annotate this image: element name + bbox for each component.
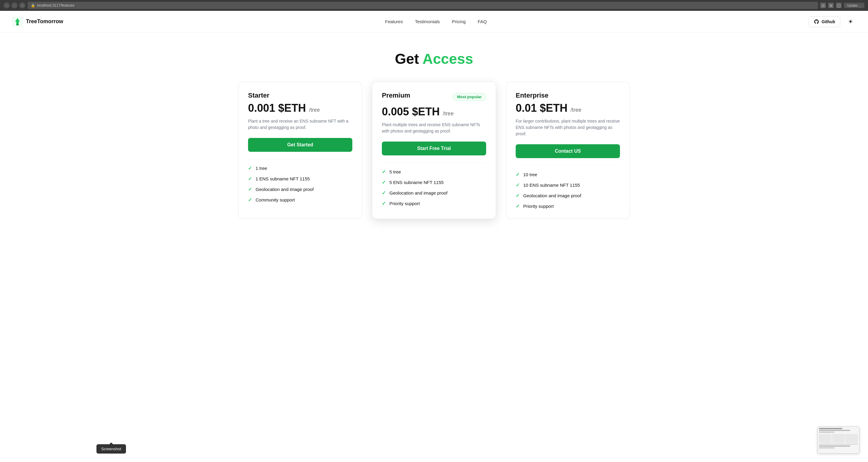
thumb-card bbox=[845, 434, 858, 443]
browser-controls: ‹ › ↺ bbox=[4, 2, 25, 8]
feature-label: Geolocation and image proof bbox=[523, 193, 581, 198]
thumb-line bbox=[819, 443, 858, 445]
start-free-trial-button[interactable]: Start Free Trial bbox=[382, 141, 486, 156]
features-list-starter: ✓ 1 tree ✓ 1 ENS subname NFT 1155 ✓ Geol… bbox=[248, 165, 352, 203]
check-icon: ✓ bbox=[516, 172, 520, 177]
contact-us-button[interactable]: Contact US bbox=[516, 144, 620, 158]
get-started-button[interactable]: Get Started bbox=[248, 138, 352, 152]
main-content: Get Access Starter 0.001 $ETH /tree Plan… bbox=[223, 33, 645, 243]
feature-item: ✓ Geolocation and image proof bbox=[516, 193, 620, 198]
plan-name-enterprise: Enterprise bbox=[516, 92, 620, 99]
forward-button[interactable]: › bbox=[11, 2, 18, 8]
thumb-card bbox=[832, 434, 845, 443]
nav-item-testimonials[interactable]: Testimonials bbox=[415, 19, 440, 24]
plan-description-premium: Plant multiple trees and receive ENS sub… bbox=[382, 122, 486, 134]
page-title: Get Access bbox=[235, 51, 633, 67]
nav-item-features[interactable]: Features bbox=[385, 19, 403, 24]
profile-icon[interactable]: ◯ bbox=[836, 3, 841, 8]
check-icon: ✓ bbox=[248, 197, 252, 203]
check-icon: ✓ bbox=[516, 193, 520, 198]
feature-label: 1 ENS subname NFT 1155 bbox=[255, 176, 310, 181]
features-list-premium: ✓ 5 tree ✓ 5 ENS subname NFT 1155 ✓ Geol… bbox=[382, 169, 486, 206]
price-row-starter: 0.001 $ETH /tree bbox=[248, 102, 352, 114]
feature-label: Geolocation and image proof bbox=[390, 190, 447, 195]
feature-label: 10 ENS subname NFT 1155 bbox=[523, 183, 580, 188]
feature-item: ✓ Geolocation and image proof bbox=[382, 190, 486, 196]
feature-item: ✓ Geolocation and image proof bbox=[248, 187, 352, 192]
theme-toggle-button[interactable]: ☀ bbox=[845, 16, 856, 27]
plan-name-starter: Starter bbox=[248, 92, 352, 99]
feature-label: Priority support bbox=[523, 204, 554, 209]
check-icon: ✓ bbox=[516, 203, 520, 209]
thumb-cards bbox=[819, 434, 858, 443]
feature-item: ✓ 1 tree bbox=[248, 165, 352, 171]
navbar: TreeTomorrow Features Testimonials Prici… bbox=[0, 11, 868, 33]
check-icon: ✓ bbox=[516, 182, 520, 188]
check-icon: ✓ bbox=[382, 190, 386, 196]
feature-label: 5 tree bbox=[390, 169, 401, 174]
feature-label: 5 ENS subname NFT 1155 bbox=[390, 180, 444, 185]
svg-rect-1 bbox=[17, 24, 19, 25]
thumb-card bbox=[819, 434, 832, 443]
divider-enterprise bbox=[516, 165, 620, 166]
feature-item: ✓ 5 ENS subname NFT 1155 bbox=[382, 179, 486, 185]
pricing-grid: Starter 0.001 $ETH /tree Plant a tree an… bbox=[238, 81, 630, 219]
github-button[interactable]: Github bbox=[809, 16, 840, 27]
check-icon: ✓ bbox=[248, 187, 252, 192]
logo-area[interactable]: TreeTomorrow bbox=[12, 16, 63, 27]
feature-item: ✓ 10 tree bbox=[516, 172, 620, 177]
price-row-premium: Premium Most popular bbox=[382, 92, 486, 102]
feature-item: ✓ 10 ENS subname NFT 1155 bbox=[516, 182, 620, 188]
feature-item: ✓ Priority support bbox=[382, 201, 486, 206]
page-thumbnail bbox=[817, 426, 860, 454]
nav-links: Features Testimonials Pricing FAQ bbox=[385, 19, 487, 24]
check-icon: ✓ bbox=[382, 179, 386, 185]
nav-item-pricing[interactable]: Pricing bbox=[452, 19, 466, 24]
feature-label: 1 tree bbox=[255, 166, 267, 171]
feature-label: Community support bbox=[255, 197, 295, 202]
feature-label: Geolocation and image proof bbox=[255, 187, 314, 192]
logo-text: TreeTomorrow bbox=[26, 19, 63, 25]
github-icon bbox=[814, 19, 819, 24]
nav-right: Github ☀ bbox=[809, 16, 856, 27]
price-unit-starter: /tree bbox=[309, 107, 320, 113]
screenshot-tooltip: Screenshot bbox=[96, 444, 126, 454]
nav-item-faq[interactable]: FAQ bbox=[478, 19, 487, 24]
feature-label: 10 tree bbox=[523, 172, 537, 177]
thumbnail-inner bbox=[818, 427, 859, 453]
thumb-line bbox=[819, 432, 835, 433]
github-label: Github bbox=[822, 19, 835, 24]
thumb-line bbox=[819, 430, 850, 431]
logo-icon bbox=[12, 16, 23, 27]
url-text: localhost:3117/features bbox=[37, 3, 74, 7]
features-list-enterprise: ✓ 10 tree ✓ 10 ENS subname NFT 1155 ✓ Ge… bbox=[516, 172, 620, 209]
plan-description-enterprise: For larger contributions, plant multiple… bbox=[516, 118, 620, 137]
plan-description-starter: Plant a tree and receive an ENS subname … bbox=[248, 118, 352, 131]
extensions-icon[interactable]: ⊞ bbox=[828, 3, 834, 8]
back-button[interactable]: ‹ bbox=[4, 2, 10, 8]
browser-chrome: ‹ › ↺ 🔒 localhost:3117/features ⊡ ⊞ ◯ Up… bbox=[0, 0, 868, 11]
check-icon: ✓ bbox=[382, 169, 386, 175]
title-plain: Get bbox=[395, 51, 423, 67]
pricing-card-premium: Premium Most popular 0.005 $ETH /tree Pl… bbox=[372, 81, 496, 219]
bookmark-icon[interactable]: ⊡ bbox=[820, 3, 826, 8]
price-premium: 0.005 $ETH /tree bbox=[382, 105, 486, 118]
update-button[interactable]: Update ... bbox=[844, 3, 864, 8]
check-icon: ✓ bbox=[382, 201, 386, 206]
price-unit-premium: /tree bbox=[443, 110, 454, 117]
check-icon: ✓ bbox=[248, 165, 252, 171]
sun-icon: ☀ bbox=[848, 19, 853, 25]
reload-button[interactable]: ↺ bbox=[19, 2, 25, 8]
address-bar[interactable]: 🔒 localhost:3117/features bbox=[28, 2, 818, 9]
thumb-line bbox=[819, 446, 850, 447]
feature-item: ✓ Priority support bbox=[516, 203, 620, 209]
title-accent: Access bbox=[423, 51, 473, 67]
lock-icon: 🔒 bbox=[31, 3, 35, 7]
thumb-line bbox=[819, 447, 835, 449]
check-icon: ✓ bbox=[248, 176, 252, 182]
price-unit-enterprise: /tree bbox=[570, 107, 581, 113]
price-enterprise: 0.01 $ETH /tree bbox=[516, 102, 620, 114]
feature-item: ✓ 1 ENS subname NFT 1155 bbox=[248, 176, 352, 182]
pricing-card-enterprise: Enterprise 0.01 $ETH /tree For larger co… bbox=[506, 81, 630, 219]
feature-item: ✓ Community support bbox=[248, 197, 352, 203]
